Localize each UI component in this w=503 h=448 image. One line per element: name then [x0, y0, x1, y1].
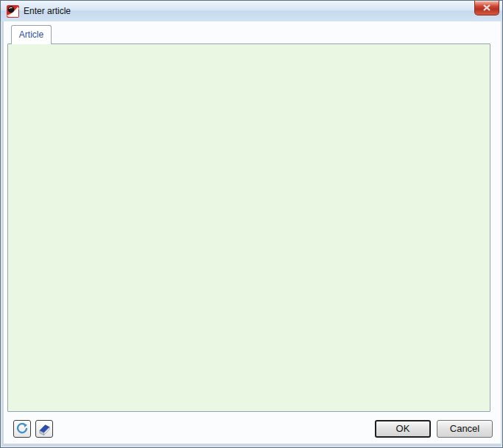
ok-button[interactable]: OK — [375, 420, 431, 438]
title-bar[interactable]: Enter article — [1, 1, 502, 21]
enter-article-dialog: Enter article Article Article No.: Index… — [0, 0, 503, 448]
refresh-button[interactable] — [13, 420, 31, 438]
article-tab-page — [7, 43, 490, 412]
window-title: Enter article — [24, 6, 71, 16]
tab-article[interactable]: Article — [11, 25, 52, 44]
app-icon — [7, 5, 19, 18]
clear-form-button[interactable] — [35, 420, 53, 438]
refresh-icon — [16, 423, 28, 435]
close-icon — [483, 4, 490, 11]
close-button[interactable] — [474, 1, 499, 15]
eraser-icon — [38, 423, 51, 435]
cancel-button[interactable]: Cancel — [437, 420, 493, 438]
